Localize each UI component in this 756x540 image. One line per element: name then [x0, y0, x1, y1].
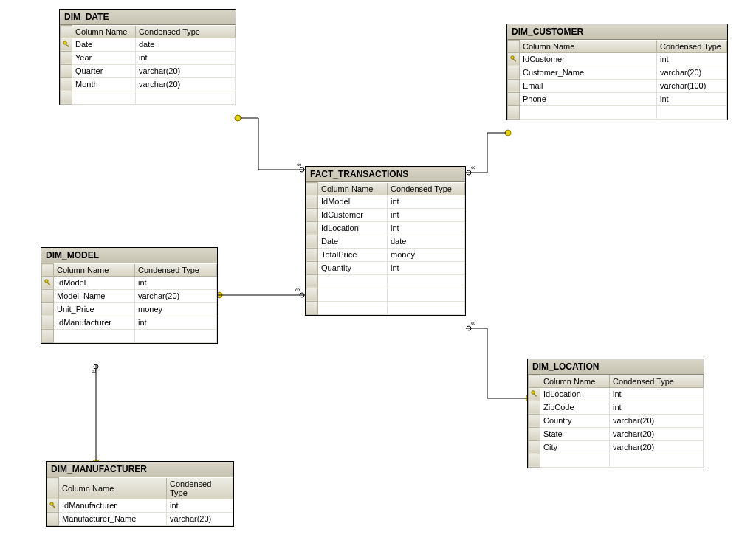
header-column-name[interactable]: Column Name: [540, 375, 610, 388]
table-title[interactable]: DIM_DATE: [60, 10, 236, 25]
column-type-cell[interactable]: varchar(20): [657, 66, 727, 79]
column-type-cell[interactable]: int: [388, 208, 465, 221]
column-name-cell[interactable]: Date: [318, 235, 388, 248]
column-type-cell[interactable]: money: [388, 248, 465, 261]
row-selector[interactable]: [508, 66, 520, 79]
table-row[interactable]: Datedate: [306, 235, 465, 248]
column-type-cell[interactable]: int: [388, 261, 465, 274]
table-row[interactable]: Datedate: [61, 38, 236, 51]
column-name-cell[interactable]: Date: [72, 38, 136, 51]
column-name-cell[interactable]: Quantity: [318, 261, 388, 274]
row-selector[interactable]: [61, 51, 72, 64]
row-selector[interactable]: [529, 440, 540, 454]
table-title[interactable]: FACT_TRANSACTIONS: [306, 167, 465, 182]
row-selector[interactable]: [47, 512, 59, 525]
column-name-cell[interactable]: Country: [540, 414, 610, 427]
table-row[interactable]: Emailvarchar(100): [508, 79, 727, 92]
column-type-cell[interactable]: int: [135, 316, 217, 329]
table-row[interactable]: Statevarchar(20): [529, 427, 704, 440]
primary-key-icon[interactable]: [42, 276, 54, 289]
table-row[interactable]: Cityvarchar(20): [529, 440, 704, 454]
column-name-cell[interactable]: IdLocation: [540, 387, 610, 401]
column-type-cell[interactable]: varchar(100): [657, 79, 727, 92]
column-name-cell[interactable]: IdModel: [318, 195, 388, 208]
table-row[interactable]: IdLocationint: [306, 221, 465, 235]
table-dim-location[interactable]: DIM_LOCATIONColumn NameCondensed TypeIdL…: [527, 359, 704, 468]
table-dim-model[interactable]: DIM_MODELColumn NameCondensed TypeIdMode…: [41, 247, 218, 344]
row-selector[interactable]: [61, 91, 72, 104]
table-row[interactable]: TotalPricemoney: [306, 248, 465, 261]
table-row[interactable]: Customer_Namevarchar(20): [508, 66, 727, 79]
row-selector[interactable]: [529, 427, 540, 440]
primary-key-icon[interactable]: [529, 387, 540, 401]
table-title[interactable]: DIM_MODEL: [41, 248, 217, 263]
column-name-cell[interactable]: Model_Name: [54, 289, 135, 302]
row-selector[interactable]: [529, 454, 540, 467]
table-row[interactable]: ZipCodeint: [529, 401, 704, 414]
column-name-cell[interactable]: IdLocation: [318, 221, 388, 235]
row-selector[interactable]: [42, 289, 54, 302]
column-name-cell[interactable]: IdCustomer: [318, 208, 388, 221]
table-row-empty[interactable]: [61, 91, 236, 104]
header-column-name[interactable]: Column Name: [54, 264, 135, 277]
row-selector[interactable]: [306, 235, 318, 248]
column-name-cell[interactable]: Month: [72, 77, 136, 91]
header-column-name[interactable]: Column Name: [72, 26, 136, 38]
row-selector[interactable]: [61, 64, 72, 77]
column-type-cell[interactable]: varchar(20): [610, 440, 704, 454]
table-row[interactable]: IdLocationint: [529, 387, 704, 401]
column-type-cell[interactable]: date: [136, 38, 236, 51]
header-column-type[interactable]: Condensed Type: [657, 41, 727, 53]
column-name-cell[interactable]: Customer_Name: [520, 66, 657, 79]
column-type-cell[interactable]: int: [136, 51, 236, 64]
row-selector[interactable]: [42, 316, 54, 329]
table-row[interactable]: IdCustomerint: [306, 208, 465, 221]
row-selector[interactable]: [42, 302, 54, 316]
table-fact-transactions[interactable]: FACT_TRANSACTIONSColumn NameCondensed Ty…: [305, 166, 466, 316]
row-selector[interactable]: [306, 208, 318, 221]
table-title[interactable]: DIM_CUSTOMER: [507, 24, 727, 40]
column-name-cell[interactable]: Quarter: [72, 64, 136, 77]
column-name-cell[interactable]: Unit_Price: [54, 302, 135, 316]
table-row[interactable]: IdManufacturerint: [47, 499, 233, 512]
header-column-type[interactable]: Condensed Type: [388, 183, 465, 195]
table-row[interactable]: Countryvarchar(20): [529, 414, 704, 427]
column-type-cell[interactable]: varchar(20): [610, 427, 704, 440]
row-selector[interactable]: [306, 195, 318, 208]
table-row-empty[interactable]: [306, 288, 465, 301]
table-row[interactable]: Yearint: [61, 51, 236, 64]
column-type-cell[interactable]: varchar(20): [136, 77, 236, 91]
column-type-cell[interactable]: int: [135, 276, 217, 289]
header-column-type[interactable]: Condensed Type: [167, 478, 233, 499]
column-name-cell[interactable]: IdManufacturer: [59, 499, 167, 512]
row-selector[interactable]: [508, 92, 520, 105]
column-name-cell[interactable]: TotalPrice: [318, 248, 388, 261]
table-row[interactable]: IdModelint: [42, 276, 217, 289]
table-row[interactable]: Quartervarchar(20): [61, 64, 236, 77]
table-row-empty[interactable]: [529, 454, 704, 467]
row-selector[interactable]: [529, 414, 540, 427]
table-row-empty[interactable]: [508, 105, 727, 119]
column-name-cell[interactable]: IdModel: [54, 276, 135, 289]
column-type-cell[interactable]: int: [610, 401, 704, 414]
row-selector[interactable]: [508, 79, 520, 92]
column-type-cell[interactable]: int: [388, 221, 465, 235]
column-name-cell[interactable]: Manufacturer_Name: [59, 512, 167, 525]
header-column-type[interactable]: Condensed Type: [610, 375, 704, 388]
table-row-empty[interactable]: [306, 301, 465, 314]
column-name-cell[interactable]: City: [540, 440, 610, 454]
table-row[interactable]: IdCustomerint: [508, 52, 727, 66]
column-name-cell[interactable]: IdCustomer: [520, 52, 657, 66]
primary-key-icon[interactable]: [47, 499, 59, 512]
column-type-cell[interactable]: int: [610, 387, 704, 401]
table-row[interactable]: IdModelint: [306, 195, 465, 208]
row-selector[interactable]: [42, 329, 54, 342]
column-type-cell[interactable]: varchar(20): [136, 64, 236, 77]
row-selector[interactable]: [529, 401, 540, 414]
table-row[interactable]: Quantityint: [306, 261, 465, 274]
row-selector[interactable]: [508, 105, 520, 119]
header-column-name[interactable]: Column Name: [59, 478, 167, 499]
table-dim-customer[interactable]: DIM_CUSTOMERColumn NameCondensed TypeIdC…: [506, 24, 728, 120]
table-row[interactable]: IdManufacturerint: [42, 316, 217, 329]
column-name-cell[interactable]: Year: [72, 51, 136, 64]
